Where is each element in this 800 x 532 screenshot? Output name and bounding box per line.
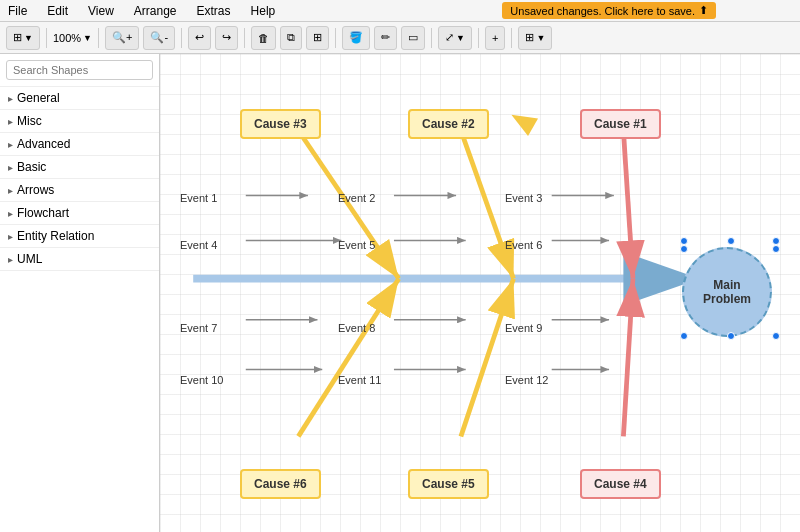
- event-2-label: Event 2: [338, 192, 375, 204]
- resize-handle-bottomleft[interactable]: [680, 332, 688, 340]
- svg-line-5: [298, 130, 398, 278]
- sep2: [98, 28, 99, 48]
- event-6-label: Event 6: [505, 239, 542, 251]
- page-btn[interactable]: ⊞ ▼: [6, 26, 40, 50]
- search-input[interactable]: [6, 60, 153, 80]
- sidebar: ▸ General ▸ Misc ▸ Advanced ▸ Basic ▸ Ar…: [0, 54, 160, 532]
- svg-marker-23: [506, 106, 538, 136]
- sep1: [46, 28, 47, 48]
- svg-line-8: [298, 279, 398, 437]
- resize-handle-topleft[interactable]: [680, 237, 688, 245]
- redo-btn[interactable]: ↪: [215, 26, 238, 50]
- zoom-control[interactable]: 100% ▼: [53, 32, 92, 44]
- resize-handle-left[interactable]: [680, 245, 688, 253]
- sep8: [511, 28, 512, 48]
- sidebar-item-misc[interactable]: ▸ Misc: [0, 110, 159, 133]
- event-3-label: Event 3: [505, 192, 542, 204]
- sidebar-item-uml[interactable]: ▸ UML: [0, 248, 159, 271]
- chevron-right-icon: ▸: [8, 254, 13, 265]
- menu-view[interactable]: View: [84, 2, 118, 20]
- waypoint-btn[interactable]: ⤢ ▼: [438, 26, 472, 50]
- cause-2-box[interactable]: Cause #2: [408, 109, 489, 139]
- zoom-out-btn[interactable]: 🔍-: [143, 26, 175, 50]
- menu-file[interactable]: File: [4, 2, 31, 20]
- event-8-label: Event 8: [338, 322, 375, 334]
- sep6: [431, 28, 432, 48]
- sep3: [181, 28, 182, 48]
- toolbar: ⊞ ▼ 100% ▼ 🔍+ 🔍- ↩ ↪ 🗑 ⧉ ⊞ 🪣 ✏ ▭ ⤢ ▼ + ⊞…: [0, 22, 800, 54]
- menu-extras[interactable]: Extras: [193, 2, 235, 20]
- event-10-label: Event 10: [180, 374, 223, 386]
- chevron-right-icon: ▸: [8, 162, 13, 173]
- menu-edit[interactable]: Edit: [43, 2, 72, 20]
- sidebar-item-arrows[interactable]: ▸ Arrows: [0, 179, 159, 202]
- copy-btn[interactable]: ⧉: [280, 26, 302, 50]
- event-5-label: Event 5: [338, 239, 375, 251]
- svg-line-7: [623, 130, 633, 278]
- unsaved-banner[interactable]: Unsaved changes. Click here to save. ⬆: [502, 2, 716, 19]
- chevron-right-icon: ▸: [8, 116, 13, 127]
- cause-6-box[interactable]: Cause #6: [240, 469, 321, 499]
- sidebar-item-flowchart[interactable]: ▸ Flowchart: [0, 202, 159, 225]
- event-11-label: Event 11: [338, 374, 381, 386]
- resize-handle-topright[interactable]: [772, 237, 780, 245]
- sep7: [478, 28, 479, 48]
- fill-btn[interactable]: 🪣: [342, 26, 370, 50]
- cause-1-box[interactable]: Cause #1: [580, 109, 661, 139]
- resize-handle-bottomright[interactable]: [772, 332, 780, 340]
- add-btn[interactable]: +: [485, 26, 505, 50]
- sep5: [335, 28, 336, 48]
- event-1-label: Event 1: [180, 192, 217, 204]
- svg-line-10: [623, 279, 633, 437]
- menu-help[interactable]: Help: [247, 2, 280, 20]
- canvas[interactable]: Cause #3 Cause #2 Cause #1 Cause #6 Caus…: [160, 54, 800, 532]
- chevron-right-icon: ▸: [8, 139, 13, 150]
- delete-btn[interactable]: 🗑: [251, 26, 276, 50]
- menu-bar: File Edit View Arrange Extras Help Unsav…: [0, 0, 800, 22]
- resize-handle-top[interactable]: [727, 237, 735, 245]
- search-box: [0, 54, 159, 87]
- sidebar-item-general[interactable]: ▸ General: [0, 87, 159, 110]
- zoom-in-btn[interactable]: 🔍+: [105, 26, 139, 50]
- chevron-right-icon: ▸: [8, 231, 13, 242]
- menu-arrange[interactable]: Arrange: [130, 2, 181, 20]
- event-7-label: Event 7: [180, 322, 217, 334]
- sidebar-item-entity-relation[interactable]: ▸ Entity Relation: [0, 225, 159, 248]
- sep4: [244, 28, 245, 48]
- shape-btn[interactable]: ▭: [401, 26, 425, 50]
- clone-btn[interactable]: ⊞: [306, 26, 329, 50]
- event-12-label: Event 12: [505, 374, 548, 386]
- main-problem-circle[interactable]: Main Problem: [682, 247, 772, 337]
- cause-3-box[interactable]: Cause #3: [240, 109, 321, 139]
- unsaved-indicator: [501, 97, 558, 153]
- sidebar-item-advanced[interactable]: ▸ Advanced: [0, 133, 159, 156]
- svg-line-9: [461, 279, 514, 437]
- main-area: ▸ General ▸ Misc ▸ Advanced ▸ Basic ▸ Ar…: [0, 54, 800, 532]
- resize-handle-bottom[interactable]: [727, 332, 735, 340]
- chevron-right-icon: ▸: [8, 93, 13, 104]
- svg-line-6: [461, 130, 514, 278]
- event-4-label: Event 4: [180, 239, 217, 251]
- event-9-label: Event 9: [505, 322, 542, 334]
- chevron-right-icon: ▸: [8, 185, 13, 196]
- undo-btn[interactable]: ↩: [188, 26, 211, 50]
- sidebar-item-basic[interactable]: ▸ Basic: [0, 156, 159, 179]
- resize-handle-right[interactable]: [772, 245, 780, 253]
- cause-4-box[interactable]: Cause #4: [580, 469, 661, 499]
- format-btn[interactable]: ⊞ ▼: [518, 26, 552, 50]
- line-btn[interactable]: ✏: [374, 26, 397, 50]
- cause-5-box[interactable]: Cause #5: [408, 469, 489, 499]
- chevron-right-icon: ▸: [8, 208, 13, 219]
